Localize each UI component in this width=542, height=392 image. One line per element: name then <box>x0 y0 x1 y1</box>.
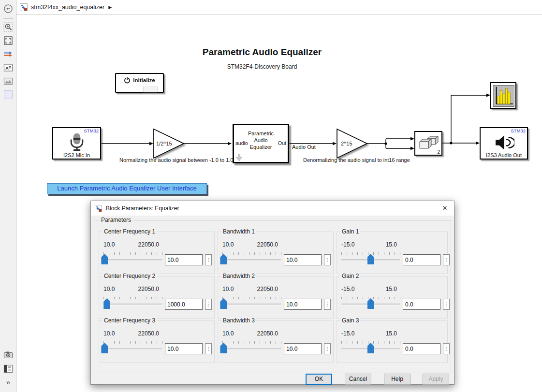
param-value-input[interactable] <box>165 254 203 265</box>
image-button[interactable] <box>3 76 14 87</box>
param-value-input[interactable] <box>403 343 440 354</box>
i2s3-audio-out-block[interactable]: STM32 I2S3 Audio Out <box>480 127 528 160</box>
param-group: Bandwidth 3 10.0 22050.0 ⋮ <box>218 320 334 363</box>
slider-min-label: -15.0 <box>341 241 354 248</box>
fit-to-view-icon <box>3 36 13 45</box>
param-value-input[interactable] <box>165 343 203 354</box>
param-grid: Center Frequency 1 10.0 22050.0 ⋮ Bandwi… <box>99 232 448 363</box>
signal-routing-button[interactable] <box>3 49 14 59</box>
param-value-input[interactable] <box>403 299 440 310</box>
param-group-label: Center Frequency 3 <box>103 317 157 324</box>
audio-out-stm32-tag: STM32 <box>511 128 526 133</box>
launch-equalizer-ui-link[interactable]: Launch Parametric Audio Equalizer User I… <box>47 183 207 194</box>
dialog-close-button[interactable]: ✕ <box>439 203 450 214</box>
slider-thumb[interactable] <box>101 254 108 264</box>
param-value-input[interactable] <box>403 254 440 265</box>
breadcrumb-model-name[interactable]: stm32f4xx_audio_equalizer <box>31 4 104 11</box>
slider-ticks <box>103 252 162 255</box>
initialize-label: initialize <box>133 77 155 83</box>
param-value-input[interactable] <box>284 254 322 265</box>
spinner-button[interactable]: ⋮ <box>205 299 212 310</box>
slider-track[interactable] <box>103 348 162 350</box>
vector-concatenate-block[interactable]: 2 <box>414 131 442 156</box>
param-group: Center Frequency 2 10.0 22050.0 ⋮ <box>99 276 215 319</box>
model-browser-button[interactable] <box>3 363 14 374</box>
back-icon <box>3 4 13 14</box>
equalizer-block[interactable]: audio Out Parametric Audio Equalizer <box>233 124 289 163</box>
slider-max-label: 22050.0 <box>237 286 278 292</box>
slider-track[interactable] <box>103 259 162 261</box>
breadcrumb-bar: stm32f4xx_audio_equalizer ▶ <box>16 0 542 15</box>
spinner-button[interactable]: ⋮ <box>324 299 331 310</box>
slider-min-label: -15.0 <box>341 330 354 337</box>
svg-text:A: A <box>5 65 9 71</box>
equalizer-block-name: Parametric Audio Equalizer <box>234 130 288 150</box>
i2s2-mic-in-block[interactable]: STM32 I2S2 Mic In <box>52 127 101 160</box>
area-icon <box>4 90 13 99</box>
param-group: Gain 1 -15.0 15.0 ⋮ <box>337 232 448 274</box>
spinner-button[interactable]: ⋮ <box>324 254 331 265</box>
help-button[interactable]: Help <box>384 374 410 385</box>
apply-button[interactable]: Apply <box>423 374 449 385</box>
slider-max-label: 15.0 <box>356 330 397 337</box>
chevrons-right-icon: » <box>6 378 10 386</box>
annotation-normalize: Normalizing the audio signal between -1.… <box>119 157 233 163</box>
spinner-button[interactable]: ⋮ <box>443 254 450 265</box>
slider-ticks <box>222 252 281 255</box>
slider-thumb[interactable] <box>367 343 374 353</box>
spinner-button[interactable]: ⋮ <box>443 343 450 354</box>
param-group-label: Bandwidth 1 <box>221 228 256 235</box>
slider-track[interactable] <box>222 259 281 261</box>
spinner-button[interactable]: ⋮ <box>324 343 331 354</box>
slider-thumb[interactable] <box>103 298 110 309</box>
dialog-simulink-icon <box>95 205 102 212</box>
expand-toolbar-button[interactable]: » <box>3 377 14 387</box>
gain-denormalize-label: 2^15 <box>341 141 352 146</box>
slider-thumb[interactable] <box>101 343 108 353</box>
param-value-input[interactable] <box>165 299 203 310</box>
param-group-label: Center Frequency 2 <box>103 273 157 279</box>
slider-min-label: 10.0 <box>222 286 234 292</box>
slider-thumb[interactable] <box>220 298 227 309</box>
slider-thumb[interactable] <box>367 298 374 309</box>
slider-min-label: 10.0 <box>103 241 115 248</box>
zoom-in-button[interactable] <box>3 22 14 32</box>
annotation-button[interactable]: A <box>3 62 14 73</box>
initialize-block[interactable]: initialize <box>115 73 164 93</box>
slider-thumb[interactable] <box>367 254 374 264</box>
spectrum-scope-block[interactable] <box>490 82 516 109</box>
spinner-button[interactable]: ⋮ <box>443 299 450 310</box>
slider-max-label: 15.0 <box>356 241 397 248</box>
signal-routing-icon <box>3 49 13 59</box>
ok-button[interactable]: OK <box>306 374 332 385</box>
power-icon <box>124 77 131 84</box>
screenshot-button[interactable] <box>3 349 14 360</box>
slider-thumb[interactable] <box>220 343 227 353</box>
slider-track[interactable] <box>103 304 162 305</box>
cancel-button[interactable]: Cancel <box>345 374 371 385</box>
spinner-button[interactable]: ⋮ <box>205 254 212 265</box>
dialog-titlebar[interactable]: Block Parameters: Equalizer ✕ <box>91 201 454 216</box>
param-group: Center Frequency 3 10.0 22050.0 ⋮ <box>99 320 215 363</box>
breadcrumb-arrow-icon[interactable]: ▶ <box>108 5 112 10</box>
param-group-label: Bandwidth 3 <box>221 317 256 324</box>
slider-ticks <box>222 341 281 344</box>
fit-to-view-button[interactable] <box>3 35 14 46</box>
initialize-state-box <box>143 87 158 92</box>
slider-thumb[interactable] <box>220 254 227 264</box>
slider-track[interactable] <box>222 348 281 350</box>
slider-min-label: 10.0 <box>103 286 115 292</box>
param-value-input[interactable] <box>284 299 322 310</box>
param-group-label: Gain 3 <box>340 317 360 324</box>
param-group-label: Gain 1 <box>340 228 360 235</box>
parameters-groupbox: Parameters Center Frequency 1 10.0 22050… <box>95 220 451 373</box>
spinner-button[interactable]: ⋮ <box>205 343 212 354</box>
image-icon <box>3 76 13 86</box>
slider-track[interactable] <box>222 304 281 305</box>
block-parameters-dialog: Block Parameters: Equalizer ✕ Parameters… <box>90 201 454 385</box>
param-value-input[interactable] <box>284 343 322 354</box>
back-button[interactable] <box>3 3 14 14</box>
spectrum-scope-icon <box>493 85 514 107</box>
area-button[interactable] <box>3 89 14 100</box>
slider-max-label: 22050.0 <box>118 241 159 248</box>
